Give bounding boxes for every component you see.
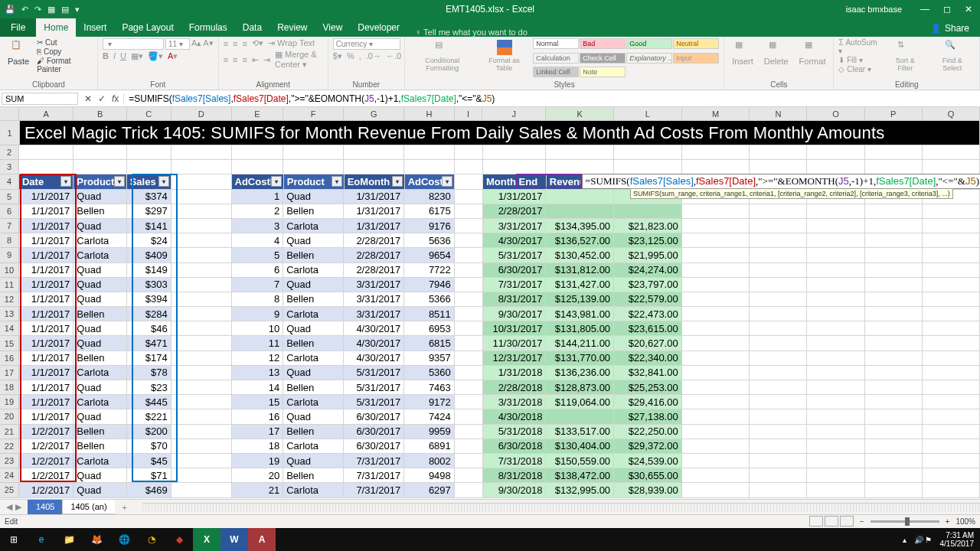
merge-center-button[interactable]: ▦ Merge & Center ▾ [275,50,323,70]
access-icon[interactable]: A [248,528,276,551]
cell-styles-gallery[interactable]: Normal Bad Good Neutral Calculation Chec… [533,38,719,80]
autosum-button[interactable]: Σ AutoSum ▾ [838,38,880,55]
tab-review[interactable]: Review [270,18,315,37]
filter-dropdown-icon[interactable]: ▾ [60,176,71,187]
cancel-formula-icon[interactable]: ✕ [84,93,92,104]
share-button[interactable]: 👤 Share [920,20,980,37]
tab-insert[interactable]: Insert [76,18,114,37]
select-all-corner[interactable] [0,107,19,120]
chrome-icon[interactable]: 🌐 [110,528,138,551]
minimize-icon[interactable]: — [920,4,929,15]
currency-icon[interactable]: $▾ [333,51,342,61]
comma-icon[interactable]: , [359,51,361,61]
column-headers[interactable]: ABC DEF GHI JKL MNO PQ [0,107,980,121]
start-button[interactable]: ⊞ [0,528,28,551]
sort-filter-button[interactable]: ⇅Sort & Filter [885,38,926,80]
group-editing: Σ AutoSum ▾ ⬇ Fill ▾ ◇ Clear ▾ ⇅Sort & F… [834,37,980,90]
delete-cells-button[interactable]: ▦Delete [761,38,792,80]
close-icon[interactable]: ✕ [965,4,972,15]
ribbon: 📋 Paste ✂ Cut ⎘ Copy 🖌 Format Painter Cl… [0,37,980,90]
paste-icon: 📋 [11,40,26,55]
fill-color-button[interactable]: 🪣▾ [148,51,163,61]
undo-icon[interactable]: ↶ [21,5,28,15]
ribbon-tabs: File Home Insert Page Layout Formulas Da… [0,18,980,37]
clock[interactable]: 7:31 AM4/15/2017 [940,531,975,548]
excel-icon[interactable]: X [193,528,220,551]
app-icon[interactable]: ◔ [138,528,165,551]
format-as-table-button[interactable]: Format as Table [480,38,528,80]
maximize-icon[interactable]: ◻ [943,4,951,15]
font-size-dropdown[interactable]: 11 ▾ [165,38,190,50]
percent-icon[interactable]: % [347,51,354,61]
decrease-decimal-icon[interactable]: ←.0 [386,51,401,61]
filter-dropdown-icon[interactable]: ▾ [271,176,282,187]
format-painter-button[interactable]: 🖌 Format Painter [37,57,93,73]
paste-button[interactable]: 📋 Paste [5,38,32,80]
fill-button[interactable]: ⬇ Fill ▾ [838,56,880,64]
zoom-slider[interactable] [871,520,939,523]
ie-icon[interactable]: e [28,528,55,551]
find-select-button[interactable]: 🔍Find & Select [930,38,975,80]
sheet-nav[interactable]: ◀▶ [0,500,28,514]
cut-button[interactable]: ✂ Cut [37,38,93,47]
tab-page-layout[interactable]: Page Layout [114,18,181,37]
number-format-dropdown[interactable]: Currency ▾ [333,38,400,50]
save-icon[interactable]: 💾 [5,5,15,15]
filter-dropdown-icon[interactable]: ▾ [114,176,125,187]
qat-more-icon[interactable]: ▾ [75,5,80,15]
increase-decimal-icon[interactable]: .0→ [366,51,381,61]
font-family-dropdown[interactable]: ▾ [103,38,164,50]
tray-up-icon[interactable]: ▴ [903,536,906,544]
tab-view[interactable]: View [315,18,351,37]
clear-button[interactable]: ◇ Clear ▾ [838,65,880,73]
fx-icon[interactable]: fx [112,93,119,104]
font-color-button[interactable]: A▾ [168,51,178,61]
italic-button[interactable]: I [113,51,116,61]
cell-edit-overlay[interactable]: =SUMIFS(fSales7[Sales],fSales7[Date],">=… [582,174,980,189]
insert-cells-button[interactable]: ▦Insert [729,38,756,80]
qat-icon[interactable]: ▤ [61,5,69,15]
qat-icon[interactable]: ▦ [47,5,55,15]
conditional-formatting-button[interactable]: ▤ Conditional Formatting [410,38,475,80]
filter-dropdown-icon[interactable]: ▾ [442,176,452,187]
tab-home[interactable]: Home [36,18,76,37]
firefox-icon[interactable]: 🦊 [83,528,110,551]
tell-me-search[interactable]: ♀ Tell me what you want to do [407,28,528,37]
filter-dropdown-icon[interactable]: ▾ [392,176,403,187]
filter-dropdown-icon[interactable]: ▾ [332,176,342,187]
tab-formulas[interactable]: Formulas [181,18,235,37]
tray-icons[interactable]: 🔊 ⚑ [914,536,933,544]
accept-formula-icon[interactable]: ✓ [98,93,106,104]
wrap-text-button[interactable]: ⇥ Wrap Text [268,38,315,48]
sheet-tab-active[interactable]: 1405 [28,500,63,514]
copy-button[interactable]: ⎘ Copy [37,47,93,56]
tab-file[interactable]: File [0,18,36,37]
format-cells-button[interactable]: ▦Format [796,38,829,80]
word-icon[interactable]: W [220,528,248,551]
tab-developer[interactable]: Developer [350,18,407,37]
new-sheet-button[interactable]: + [115,500,135,514]
tab-data[interactable]: Data [235,18,270,37]
sheet-tab[interactable]: 1405 (an) [62,500,115,514]
align-top-icon[interactable]: ≡ [224,39,228,48]
formula-input[interactable]: =SUMIFS(fSales7[Sales],fSales7[Date],">=… [124,92,980,106]
bold-button[interactable]: B [103,51,109,61]
view-buttons[interactable] [808,516,854,528]
explorer-icon[interactable]: 📁 [55,528,83,551]
border-button[interactable]: ▦▾ [131,51,143,61]
underline-button[interactable]: U [120,51,126,61]
orientation-icon[interactable]: ⟲▾ [252,38,263,48]
account-name[interactable]: isaac bmxbase [846,5,902,14]
increase-font-icon[interactable]: A▴ [191,38,201,50]
quick-access-toolbar: 💾 ↶ ↷ ▦ ▤ ▾ [0,5,80,15]
redo-icon[interactable]: ↷ [34,5,41,15]
decrease-font-icon[interactable]: A▾ [203,38,213,50]
name-box[interactable]: SUM [2,93,78,105]
worksheet[interactable]: ABC DEF GHI JKL MNO PQ 1Excel Magic Tric… [0,107,980,498]
titlebar: 💾 ↶ ↷ ▦ ▤ ▾ EMT1405.xlsx - Excel isaac b… [0,0,980,18]
filter-dropdown-icon[interactable]: ▾ [158,176,169,187]
windows-taskbar: ⊞ e 📁 🦊 🌐 ◔ ◆ X W A ▴ 🔊 ⚑ 7:31 AM4/15/20… [0,528,980,551]
app-icon[interactable]: ◆ [165,528,193,551]
horizontal-scroll[interactable] [142,503,980,512]
zoom-level[interactable]: 100% [956,517,975,526]
